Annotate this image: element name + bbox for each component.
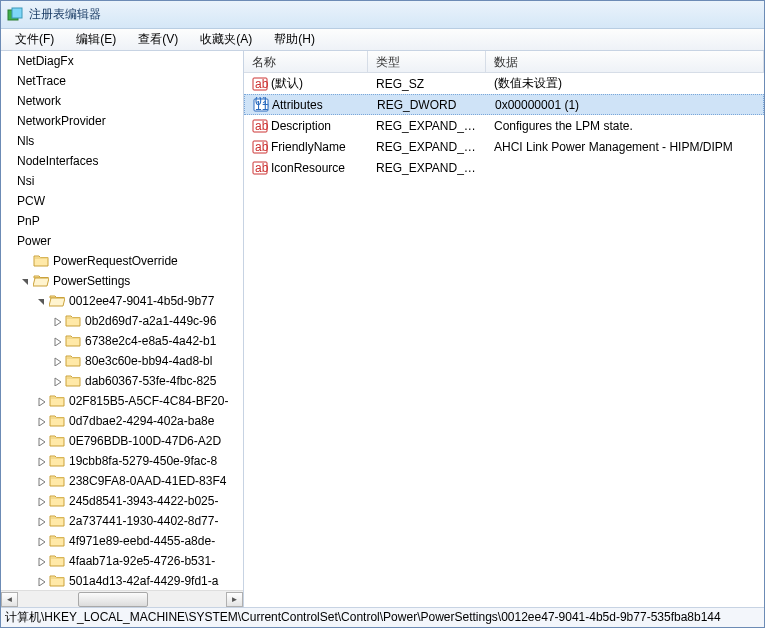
tree-item-label: Nls xyxy=(17,134,34,148)
tree-item[interactable]: Network xyxy=(1,91,243,111)
value-type-cell: REG_SZ xyxy=(368,77,486,91)
tree-scroll[interactable]: NetDiagFxNetTraceNetworkNetworkProviderN… xyxy=(1,51,243,590)
expander-closed-icon[interactable] xyxy=(51,376,63,386)
tree-item-label: 6738e2c4-e8a5-4a42-b1 xyxy=(85,334,216,348)
scroll-track[interactable] xyxy=(18,592,226,607)
tree-hscrollbar[interactable]: ◄ ► xyxy=(1,590,243,607)
tree-item[interactable]: Power xyxy=(1,231,243,251)
folder-icon xyxy=(65,333,81,349)
menu-edit[interactable]: 编辑(E) xyxy=(66,29,126,50)
tree-item[interactable]: 80e3c60e-bb94-4ad8-bl xyxy=(1,351,243,371)
tree-item[interactable]: Nls xyxy=(1,131,243,151)
tree-item[interactable]: NetworkProvider xyxy=(1,111,243,131)
tree-item[interactable]: 19cbb8fa-5279-450e-9fac-8 xyxy=(1,451,243,471)
menu-view[interactable]: 查看(V) xyxy=(128,29,188,50)
menu-help[interactable]: 帮助(H) xyxy=(264,29,325,50)
tree-item[interactable]: NodeInterfaces xyxy=(1,151,243,171)
expander-closed-icon[interactable] xyxy=(51,336,63,346)
folder-icon xyxy=(49,433,65,449)
expander-closed-icon[interactable] xyxy=(51,356,63,366)
string-value-icon xyxy=(252,76,268,92)
folder-icon xyxy=(65,313,81,329)
tree-item-label: PowerSettings xyxy=(53,274,130,288)
scroll-left-button[interactable]: ◄ xyxy=(1,592,18,607)
scroll-right-button[interactable]: ► xyxy=(226,592,243,607)
titlebar[interactable]: 注册表编辑器 xyxy=(1,1,764,29)
value-row[interactable]: IconResourceREG_EXPAND_SZ xyxy=(244,157,764,178)
tree-pane: NetDiagFxNetTraceNetworkNetworkProviderN… xyxy=(1,51,244,607)
expander-closed-icon[interactable] xyxy=(35,496,47,506)
tree-item-label: 0b2d69d7-a2a1-449c-96 xyxy=(85,314,216,328)
tree-item-label: NetworkProvider xyxy=(17,114,106,128)
list-pane: 名称 类型 数据 (默认)REG_SZ(数值未设置)AttributesREG_… xyxy=(244,51,764,607)
tree-item-label: 4faab71a-92e5-4726-b531- xyxy=(69,554,215,568)
expander-closed-icon[interactable] xyxy=(51,316,63,326)
value-name: FriendlyName xyxy=(271,140,346,154)
value-row[interactable]: FriendlyNameREG_EXPAND_SZAHCI Link Power… xyxy=(244,136,764,157)
column-header-type[interactable]: 类型 xyxy=(368,51,486,72)
folder-icon xyxy=(65,353,81,369)
expander-closed-icon[interactable] xyxy=(35,516,47,526)
tree-item[interactable]: 245d8541-3943-4422-b025- xyxy=(1,491,243,511)
expander-closed-icon[interactable] xyxy=(35,476,47,486)
tree-item-label: 80e3c60e-bb94-4ad8-bl xyxy=(85,354,212,368)
tree-item[interactable]: 0012ee47-9041-4b5d-9b77 xyxy=(1,291,243,311)
tree-item-label: 245d8541-3943-4422-b025- xyxy=(69,494,218,508)
expander-open-icon[interactable] xyxy=(19,276,31,286)
expander-open-icon[interactable] xyxy=(35,296,47,306)
tree-item[interactable]: 501a4d13-42af-4429-9fd1-a xyxy=(1,571,243,590)
statusbar-path: 计算机\HKEY_LOCAL_MACHINE\SYSTEM\CurrentCon… xyxy=(5,609,721,626)
menubar: 文件(F) 编辑(E) 查看(V) 收藏夹(A) 帮助(H) xyxy=(1,29,764,51)
tree-item[interactable]: 4faab71a-92e5-4726-b531- xyxy=(1,551,243,571)
tree-item[interactable]: PowerSettings xyxy=(1,271,243,291)
tree-item[interactable]: NetDiagFx xyxy=(1,51,243,71)
list-header: 名称 类型 数据 xyxy=(244,51,764,73)
expander-closed-icon[interactable] xyxy=(35,536,47,546)
folder-icon xyxy=(49,473,65,489)
tree-item[interactable]: 4f971e89-eebd-4455-a8de- xyxy=(1,531,243,551)
tree-item[interactable]: NetTrace xyxy=(1,71,243,91)
value-type-cell: REG_DWORD xyxy=(369,98,487,112)
folder-icon xyxy=(49,413,65,429)
tree-item-label: PowerRequestOverride xyxy=(53,254,178,268)
expander-closed-icon[interactable] xyxy=(35,576,47,586)
expander-closed-icon[interactable] xyxy=(35,416,47,426)
menu-file[interactable]: 文件(F) xyxy=(5,29,64,50)
window-title: 注册表编辑器 xyxy=(29,6,101,23)
list-body[interactable]: (默认)REG_SZ(数值未设置)AttributesREG_DWORD0x00… xyxy=(244,73,764,607)
tree-item[interactable]: PCW xyxy=(1,191,243,211)
value-data-cell: (数值未设置) xyxy=(486,75,764,92)
body: NetDiagFxNetTraceNetworkNetworkProviderN… xyxy=(1,51,764,607)
tree-item[interactable]: 2a737441-1930-4402-8d77- xyxy=(1,511,243,531)
tree-item[interactable]: Nsi xyxy=(1,171,243,191)
value-name-cell: Description xyxy=(244,118,368,134)
column-header-data[interactable]: 数据 xyxy=(486,51,764,72)
tree-item[interactable]: dab60367-53fe-4fbc-825 xyxy=(1,371,243,391)
value-row[interactable]: DescriptionREG_EXPAND_SZConfigures the L… xyxy=(244,115,764,136)
folder-icon xyxy=(49,453,65,469)
column-header-name[interactable]: 名称 xyxy=(244,51,368,72)
tree-item-label: NetTrace xyxy=(17,74,66,88)
tree-item-label: 4f971e89-eebd-4455-a8de- xyxy=(69,534,215,548)
value-type-cell: REG_EXPAND_SZ xyxy=(368,161,486,175)
tree-item[interactable]: PowerRequestOverride xyxy=(1,251,243,271)
tree-item[interactable]: PnP xyxy=(1,211,243,231)
expander-closed-icon[interactable] xyxy=(35,456,47,466)
tree-item-label: 0012ee47-9041-4b5d-9b77 xyxy=(69,294,214,308)
tree-item[interactable]: 238C9FA8-0AAD-41ED-83F4 xyxy=(1,471,243,491)
menu-favorites[interactable]: 收藏夹(A) xyxy=(190,29,262,50)
scroll-thumb[interactable] xyxy=(78,592,148,607)
string-value-icon xyxy=(252,160,268,176)
value-row[interactable]: (默认)REG_SZ(数值未设置) xyxy=(244,73,764,94)
binary-value-icon xyxy=(253,97,269,113)
value-data-cell: AHCI Link Power Management - HIPM/DIPM xyxy=(486,140,764,154)
expander-closed-icon[interactable] xyxy=(35,436,47,446)
value-row[interactable]: AttributesREG_DWORD0x00000001 (1) xyxy=(244,94,764,115)
tree-item[interactable]: 0b2d69d7-a2a1-449c-96 xyxy=(1,311,243,331)
tree-item[interactable]: 6738e2c4-e8a5-4a42-b1 xyxy=(1,331,243,351)
tree-item[interactable]: 0d7dbae2-4294-402a-ba8e xyxy=(1,411,243,431)
expander-closed-icon[interactable] xyxy=(35,396,47,406)
expander-closed-icon[interactable] xyxy=(35,556,47,566)
tree-item[interactable]: 0E796BDB-100D-47D6-A2D xyxy=(1,431,243,451)
tree-item[interactable]: 02F815B5-A5CF-4C84-BF20- xyxy=(1,391,243,411)
